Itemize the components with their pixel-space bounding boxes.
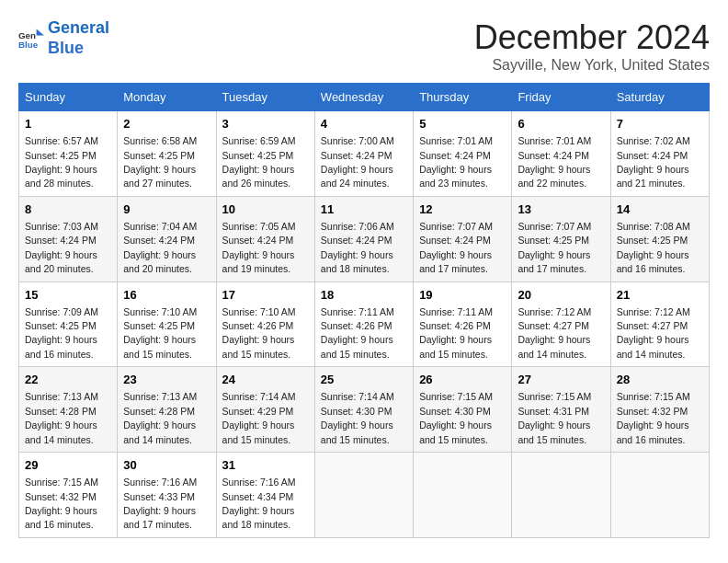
day-sunrise: Sunrise: 7:07 AMSunset: 4:25 PMDaylight:… (518, 221, 591, 274)
calendar-day-cell: 4 Sunrise: 7:00 AMSunset: 4:24 PMDayligh… (314, 111, 413, 197)
calendar-day-cell: 14 Sunrise: 7:08 AMSunset: 4:25 PMDaylig… (610, 196, 709, 282)
calendar-day-cell: 17 Sunrise: 7:10 AMSunset: 4:26 PMDaylig… (216, 282, 314, 367)
calendar-day-cell: 18 Sunrise: 7:11 AMSunset: 4:26 PMDaylig… (314, 282, 413, 367)
calendar-day-cell (610, 453, 709, 538)
day-sunrise: Sunrise: 7:15 AMSunset: 4:30 PMDaylight:… (419, 391, 493, 444)
calendar-day-cell: 9 Sunrise: 7:04 AMSunset: 4:24 PMDayligh… (118, 196, 216, 282)
day-sunrise: Sunrise: 7:01 AMSunset: 4:24 PMDaylight:… (518, 135, 591, 189)
weekday-header-row: SundayMondayTuesdayWednesdayThursdayFrid… (19, 84, 710, 111)
day-number: 3 (222, 116, 309, 132)
day-number: 21 (617, 287, 703, 304)
day-sunrise: Sunrise: 6:58 AMSunset: 4:25 PMDaylight:… (123, 135, 197, 189)
day-number: 6 (518, 116, 604, 132)
calendar-day-cell (512, 453, 610, 538)
day-sunrise: Sunrise: 7:07 AMSunset: 4:24 PMDaylight:… (419, 221, 493, 274)
calendar-day-cell: 5 Sunrise: 7:01 AMSunset: 4:24 PMDayligh… (414, 111, 512, 197)
logo-line1: General (48, 18, 109, 39)
calendar-day-cell: 25 Sunrise: 7:14 AMSunset: 4:30 PMDaylig… (314, 367, 413, 453)
day-sunrise: Sunrise: 7:16 AMSunset: 4:34 PMDaylight:… (222, 477, 296, 530)
day-number: 27 (518, 372, 604, 388)
day-sunrise: Sunrise: 7:15 AMSunset: 4:31 PMDaylight:… (518, 391, 591, 444)
location: Sayville, New York, United States (474, 57, 710, 74)
day-number: 1 (25, 116, 111, 132)
calendar-day-cell: 1 Sunrise: 6:57 AMSunset: 4:25 PMDayligh… (19, 111, 118, 197)
day-sunrise: Sunrise: 7:15 AMSunset: 4:32 PMDaylight:… (25, 477, 98, 530)
day-sunrise: Sunrise: 7:09 AMSunset: 4:25 PMDaylight:… (25, 306, 98, 360)
day-number: 15 (25, 287, 111, 304)
calendar-table: SundayMondayTuesdayWednesdayThursdayFrid… (18, 83, 710, 538)
day-number: 7 (617, 116, 703, 132)
day-number: 16 (123, 287, 210, 304)
day-number: 5 (419, 116, 506, 132)
calendar-day-cell: 12 Sunrise: 7:07 AMSunset: 4:24 PMDaylig… (414, 196, 512, 282)
weekday-header-saturday: Saturday (610, 84, 709, 111)
day-number: 29 (25, 457, 111, 474)
calendar-day-cell: 23 Sunrise: 7:13 AMSunset: 4:28 PMDaylig… (118, 367, 216, 453)
month-title: December 2024 (474, 18, 710, 57)
day-number: 2 (123, 116, 210, 132)
weekday-header-monday: Monday (118, 84, 216, 111)
calendar-day-cell: 31 Sunrise: 7:16 AMSunset: 4:34 PMDaylig… (216, 453, 314, 538)
calendar-day-cell: 2 Sunrise: 6:58 AMSunset: 4:25 PMDayligh… (118, 111, 216, 197)
weekday-header-thursday: Thursday (414, 84, 512, 111)
day-sunrise: Sunrise: 7:14 AMSunset: 4:29 PMDaylight:… (222, 391, 296, 444)
logo: Gen Blue General Blue (18, 18, 109, 58)
day-number: 17 (222, 287, 309, 304)
weekday-header-friday: Friday (512, 84, 610, 111)
calendar-day-cell: 8 Sunrise: 7:03 AMSunset: 4:24 PMDayligh… (19, 196, 118, 282)
logo-line2: Blue (48, 39, 109, 59)
calendar-week-row: 8 Sunrise: 7:03 AMSunset: 4:24 PMDayligh… (19, 196, 710, 282)
day-sunrise: Sunrise: 7:03 AMSunset: 4:24 PMDaylight:… (25, 221, 98, 274)
calendar-day-cell: 30 Sunrise: 7:16 AMSunset: 4:33 PMDaylig… (118, 453, 216, 538)
calendar-week-row: 15 Sunrise: 7:09 AMSunset: 4:25 PMDaylig… (19, 282, 710, 367)
day-sunrise: Sunrise: 7:13 AMSunset: 4:28 PMDaylight:… (25, 391, 98, 444)
day-sunrise: Sunrise: 7:16 AMSunset: 4:33 PMDaylight:… (123, 477, 197, 530)
page-header: Gen Blue General Blue December 2024 Sayv… (18, 18, 710, 74)
day-sunrise: Sunrise: 7:11 AMSunset: 4:26 PMDaylight:… (419, 306, 493, 360)
day-number: 25 (321, 372, 407, 388)
day-number: 26 (419, 372, 506, 388)
day-sunrise: Sunrise: 7:11 AMSunset: 4:26 PMDaylight:… (321, 306, 394, 360)
calendar-day-cell: 21 Sunrise: 7:12 AMSunset: 4:27 PMDaylig… (610, 282, 709, 367)
day-number: 19 (419, 287, 506, 304)
logo-icon: Gen Blue (18, 26, 44, 52)
day-sunrise: Sunrise: 7:08 AMSunset: 4:25 PMDaylight:… (617, 221, 690, 274)
day-sunrise: Sunrise: 7:12 AMSunset: 4:27 PMDaylight:… (617, 306, 690, 360)
calendar-day-cell: 19 Sunrise: 7:11 AMSunset: 4:26 PMDaylig… (414, 282, 512, 367)
day-number: 9 (123, 201, 210, 218)
day-sunrise: Sunrise: 7:04 AMSunset: 4:24 PMDaylight:… (123, 221, 197, 274)
calendar-week-row: 1 Sunrise: 6:57 AMSunset: 4:25 PMDayligh… (19, 111, 710, 197)
calendar-day-cell: 29 Sunrise: 7:15 AMSunset: 4:32 PMDaylig… (19, 453, 118, 538)
day-number: 24 (222, 372, 309, 388)
day-number: 12 (419, 201, 506, 218)
calendar-day-cell: 16 Sunrise: 7:10 AMSunset: 4:25 PMDaylig… (118, 282, 216, 367)
day-sunrise: Sunrise: 6:59 AMSunset: 4:25 PMDaylight:… (222, 135, 296, 189)
day-number: 4 (321, 116, 407, 132)
day-sunrise: Sunrise: 7:13 AMSunset: 4:28 PMDaylight:… (123, 391, 197, 444)
calendar-day-cell: 6 Sunrise: 7:01 AMSunset: 4:24 PMDayligh… (512, 111, 610, 197)
day-number: 28 (617, 372, 703, 388)
day-number: 20 (518, 287, 604, 304)
calendar-day-cell: 11 Sunrise: 7:06 AMSunset: 4:24 PMDaylig… (314, 196, 413, 282)
day-number: 30 (123, 457, 210, 474)
day-sunrise: Sunrise: 7:01 AMSunset: 4:24 PMDaylight:… (419, 135, 493, 189)
calendar-day-cell: 22 Sunrise: 7:13 AMSunset: 4:28 PMDaylig… (19, 367, 118, 453)
day-number: 23 (123, 372, 210, 388)
calendar-day-cell: 3 Sunrise: 6:59 AMSunset: 4:25 PMDayligh… (216, 111, 314, 197)
calendar-day-cell: 15 Sunrise: 7:09 AMSunset: 4:25 PMDaylig… (19, 282, 118, 367)
day-number: 14 (617, 201, 703, 218)
calendar-day-cell: 27 Sunrise: 7:15 AMSunset: 4:31 PMDaylig… (512, 367, 610, 453)
calendar-day-cell: 20 Sunrise: 7:12 AMSunset: 4:27 PMDaylig… (512, 282, 610, 367)
svg-text:Blue: Blue (18, 39, 39, 49)
day-number: 22 (25, 372, 111, 388)
calendar-day-cell: 7 Sunrise: 7:02 AMSunset: 4:24 PMDayligh… (610, 111, 709, 197)
day-sunrise: Sunrise: 7:15 AMSunset: 4:32 PMDaylight:… (617, 391, 690, 444)
day-sunrise: Sunrise: 7:10 AMSunset: 4:26 PMDaylight:… (222, 306, 296, 360)
day-number: 13 (518, 201, 604, 218)
day-sunrise: Sunrise: 7:14 AMSunset: 4:30 PMDaylight:… (321, 391, 394, 444)
calendar-week-row: 29 Sunrise: 7:15 AMSunset: 4:32 PMDaylig… (19, 453, 710, 538)
day-number: 18 (321, 287, 407, 304)
day-sunrise: Sunrise: 7:00 AMSunset: 4:24 PMDaylight:… (321, 135, 394, 189)
calendar-week-row: 22 Sunrise: 7:13 AMSunset: 4:28 PMDaylig… (19, 367, 710, 453)
svg-marker-1 (37, 29, 44, 35)
